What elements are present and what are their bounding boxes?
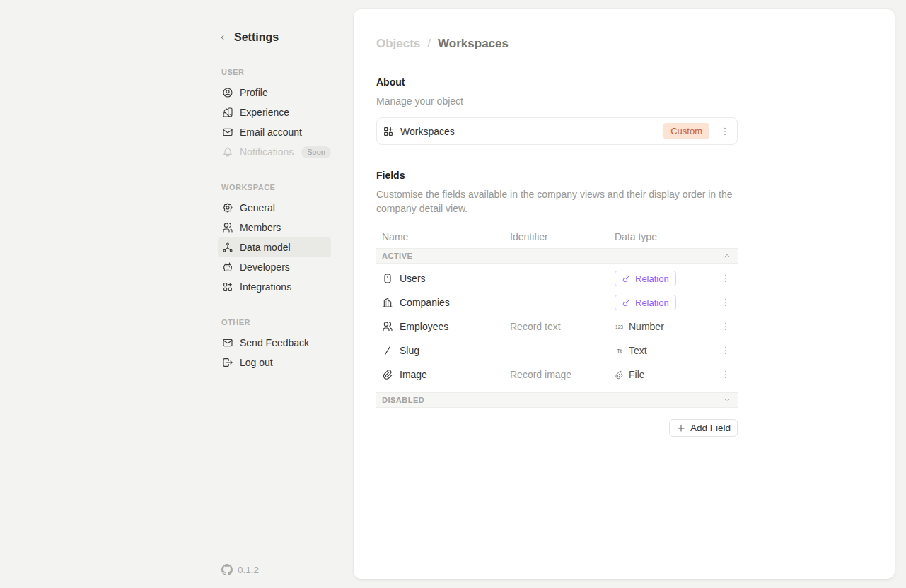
- dots-vertical-icon: [720, 297, 731, 308]
- dots-vertical-icon: [720, 345, 731, 356]
- version-number: 0.1.2: [238, 565, 259, 575]
- datatype-label: File: [629, 369, 645, 380]
- datatype-value: 123Number: [615, 321, 664, 332]
- building-icon: [382, 297, 393, 308]
- field-datatype: File: [615, 369, 719, 380]
- column-name: Name: [382, 231, 510, 242]
- robot-icon: [222, 261, 233, 273]
- sidebar-item-send-feedback[interactable]: Send Feedback: [218, 333, 331, 353]
- sidebar-section: WORKSPACE General Members Data model Dev…: [218, 183, 342, 297]
- bell-icon: [222, 146, 233, 158]
- fields-table: Name Identifier Data type ACTIVE Users R…: [376, 225, 738, 408]
- add-field-label: Add Field: [690, 423, 731, 433]
- settings-title: Settings: [234, 31, 279, 44]
- svg-text:123: 123: [615, 324, 623, 329]
- field-row: Companies Relation: [376, 290, 738, 314]
- sidebar-item-notifications[interactable]: Notifications Soon: [218, 142, 331, 162]
- sidebar-item-developers[interactable]: Developers: [218, 257, 331, 277]
- fields-description: Customise the fields available in the co…: [376, 187, 733, 216]
- sidebar-item-integrations[interactable]: Integrations: [218, 277, 331, 297]
- datatype-chip[interactable]: Relation: [615, 271, 676, 286]
- user-circle-icon: [222, 87, 233, 98]
- field-datatype: Relation: [615, 271, 719, 286]
- settings-sidebar: Settings USER Profile Experience Email a…: [218, 28, 342, 372]
- users-icon: [222, 222, 233, 233]
- field-name: Image: [400, 369, 427, 380]
- settings-back-button[interactable]: Settings: [218, 28, 342, 47]
- sidebar-item-email-account[interactable]: Email account: [218, 122, 331, 142]
- paperclip-icon: [382, 369, 393, 380]
- disabled-group-bar[interactable]: DISABLED: [376, 392, 738, 408]
- sidebar-section: OTHER Send Feedback Log out: [218, 318, 342, 372]
- sidebar-section: USER Profile Experience Email account No…: [218, 68, 342, 162]
- datatype-label: Text: [629, 345, 647, 356]
- apps-icon: [222, 281, 233, 293]
- gear-icon: [222, 202, 233, 213]
- dots-vertical-icon: [720, 369, 731, 380]
- datatype-value: File: [615, 369, 645, 380]
- github-icon: [221, 564, 233, 575]
- object-menu-button[interactable]: [719, 123, 731, 140]
- custom-badge: Custom: [663, 123, 709, 139]
- sidebar-section-label: WORKSPACE: [221, 183, 342, 192]
- field-datatype: Relation: [615, 295, 719, 310]
- add-field-button[interactable]: Add Field: [669, 419, 738, 437]
- settings-panel: Objects / Workspaces About Manage your o…: [354, 9, 895, 579]
- fields-title: Fields: [376, 170, 738, 181]
- field-datatype: TtText: [615, 345, 719, 356]
- dots-vertical-icon: [719, 126, 731, 137]
- breadcrumb-separator: /: [427, 37, 431, 51]
- sidebar-item-data-model[interactable]: Data model: [218, 237, 331, 257]
- row-menu-button[interactable]: [719, 366, 732, 383]
- sidebar-item-log-out[interactable]: Log out: [218, 353, 331, 372]
- apps-plus-icon: [383, 126, 394, 137]
- object-card: Workspaces Custom: [376, 117, 738, 145]
- breadcrumb: Objects / Workspaces: [376, 37, 738, 51]
- breadcrumb-objects[interactable]: Objects: [376, 37, 420, 51]
- datatype-label: Number: [629, 321, 664, 332]
- active-group-label: ACTIVE: [382, 252, 412, 260]
- field-name: Companies: [400, 297, 450, 308]
- sidebar-section-label: USER: [221, 68, 342, 76]
- row-menu-button[interactable]: [719, 318, 732, 335]
- datatype-chip[interactable]: Relation: [615, 295, 676, 310]
- dots-vertical-icon: [720, 273, 731, 284]
- mail-icon: [222, 337, 233, 348]
- row-menu-button[interactable]: [719, 294, 732, 311]
- sidebar-section-label: OTHER: [221, 318, 342, 327]
- disabled-group-label: DISABLED: [382, 396, 424, 404]
- datatype-label: Relation: [635, 298, 669, 308]
- hierarchy-icon: [222, 242, 233, 253]
- field-identifier: Record text: [510, 321, 615, 332]
- sidebar-item-profile[interactable]: Profile: [218, 83, 331, 102]
- field-name: Employees: [400, 321, 448, 332]
- mail-icon: [222, 127, 233, 138]
- about-section: About Manage your object Workspaces Cust…: [376, 76, 738, 145]
- svg-text:Tt: Tt: [617, 348, 622, 354]
- active-group-bar[interactable]: ACTIVE: [376, 248, 738, 264]
- field-datatype: 123Number: [615, 321, 719, 332]
- paperclip-icon: [615, 370, 624, 380]
- column-datatype: Data type: [615, 231, 719, 242]
- sidebar-item-experience[interactable]: Experience: [218, 102, 331, 122]
- field-row: Slug TtText: [376, 339, 738, 363]
- app-version: 0.1.2: [221, 564, 259, 575]
- row-menu-button[interactable]: [719, 342, 732, 359]
- field-row: Users Relation: [376, 266, 738, 290]
- row-menu-button[interactable]: [719, 270, 732, 287]
- users-icon: [382, 321, 393, 332]
- number-icon: 123: [615, 322, 624, 331]
- logout-icon: [222, 357, 233, 368]
- relation-icon: [622, 274, 631, 283]
- sidebar-item-general[interactable]: General: [218, 198, 331, 218]
- datatype-label: Relation: [635, 274, 669, 284]
- relation-icon: [622, 298, 631, 307]
- dots-vertical-icon: [720, 321, 731, 332]
- chevron-up-icon: [722, 251, 732, 261]
- chevron-left-icon: [218, 33, 228, 42]
- settings-page: Settings USER Profile Experience Email a…: [0, 0, 906, 588]
- sidebar-item-members[interactable]: Members: [218, 218, 331, 237]
- fields-section: Fields Customise the fields available in…: [376, 170, 738, 437]
- field-name: Slug: [400, 345, 419, 356]
- soon-badge: Soon: [301, 146, 331, 158]
